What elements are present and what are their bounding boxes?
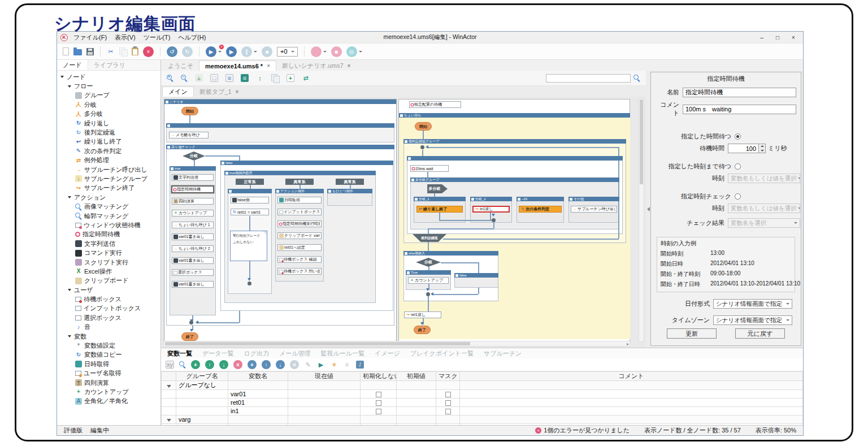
bottom-tab[interactable]: ログ出力	[239, 349, 275, 358]
tree-item[interactable]: ↩繰り返し終了	[57, 137, 160, 146]
flow-node[interactable]: →ちょい待ち呼び 2	[172, 245, 214, 252]
flow-node[interactable]: 独立配置の待機	[409, 101, 461, 108]
flow-node[interactable]: 待機ボックス 確認	[277, 256, 322, 263]
scrollbar-thumb[interactable]	[640, 99, 643, 184]
group-header-return-check[interactable]: 戻り値チェック	[166, 145, 394, 149]
run-button[interactable]: ▶×	[206, 46, 222, 57]
tree-item[interactable]: 日時取得	[57, 360, 160, 369]
flow-node[interactable]: ↻ret01 = var01	[231, 209, 269, 215]
expand-caret-icon[interactable]	[68, 335, 71, 337]
flow-node[interactable]: クリップボード var01 設定	[277, 232, 322, 239]
cleanup-button[interactable]: /	[356, 361, 364, 369]
minimize-button[interactable]: –	[754, 33, 769, 42]
tree-item[interactable]: 選択ボックス	[57, 313, 160, 322]
move-variable-down-button[interactable]: ↓	[219, 360, 228, 369]
time-check-select[interactable]: 変数名もしくは値を選択	[728, 203, 800, 213]
search-variable-button[interactable]	[179, 361, 186, 368]
chevron-down-icon[interactable]	[359, 51, 362, 53]
tree-item[interactable]: 待機ボックス	[57, 295, 160, 304]
horizontal-scrollbar[interactable]	[163, 341, 630, 347]
transfer-button[interactable]: ↕	[256, 74, 264, 82]
group-header[interactable]	[166, 123, 394, 128]
time-check-radio[interactable]	[735, 193, 741, 200]
group-header-scenario[interactable]: シナリオ	[164, 99, 396, 104]
delete-variable-button[interactable]: ×	[233, 360, 242, 369]
zoom-in-button[interactable]: +	[167, 75, 173, 81]
group-header-branch2[interactable]: 分岐_2	[470, 197, 512, 201]
bottom-tab[interactable]: 変数一覧	[162, 349, 197, 358]
variable-row[interactable]: ret01	[162, 399, 803, 407]
start-node[interactable]: 開始	[415, 122, 432, 131]
flow-node[interactable]: +カウントアップ	[172, 210, 214, 216]
add-node-button[interactable]: +	[287, 74, 294, 82]
tree-item[interactable]: クリップボード	[57, 276, 160, 285]
mask-checkbox[interactable]	[445, 392, 451, 397]
open-file-button[interactable]	[73, 47, 82, 55]
group-header-false[interactable]: false	[454, 273, 498, 278]
flow-node[interactable]: インプットボックス	[277, 209, 322, 215]
expand-caret-icon[interactable]	[60, 76, 64, 78]
close-tab-icon[interactable]: ×	[236, 89, 239, 95]
flow-node[interactable]: ±四則演算	[172, 198, 214, 205]
copy-values-button[interactable]: ▶	[317, 361, 325, 369]
tree-item[interactable]: 変数	[57, 332, 160, 341]
chevron-down-icon[interactable]	[254, 51, 257, 53]
flow-node[interactable]: →ちょい待ち呼び 1	[172, 222, 214, 228]
tree-item[interactable]: 人多分岐	[57, 110, 160, 119]
tree-item[interactable]: ±四則演算	[57, 378, 160, 387]
group-header-normal[interactable]	[228, 189, 272, 193]
column-header[interactable]: 初期化しない	[361, 372, 397, 381]
tree-item[interactable]: ウィンドウ状態待機	[57, 220, 160, 230]
variable-group-row[interactable]: グループなし	[162, 381, 803, 390]
tree-item[interactable]: A全角化／半角化	[57, 397, 160, 406]
new-file-button[interactable]	[63, 47, 69, 55]
flow-node[interactable]: 日時取得	[277, 197, 322, 203]
flowchart-canvas[interactable]: シナリオ 戻り値チェック true fals	[161, 97, 646, 348]
collapse-group-icon[interactable]	[167, 419, 171, 422]
time-select[interactable]: 変数名もしくは値を選択	[728, 174, 800, 183]
tree-item[interactable]: 人分岐	[57, 100, 160, 109]
close-tab-icon[interactable]: ×	[348, 63, 351, 69]
tree-item[interactable]: ユーザ名取得	[57, 369, 160, 378]
variable-tree-button[interactable]: ✳	[330, 361, 338, 369]
canvas-tab[interactable]: 新規タブ_1×	[194, 86, 245, 97]
bottom-tab[interactable]: 監視ルール一覧	[316, 349, 370, 358]
tree-item[interactable]: ↻後判定繰返	[57, 128, 160, 137]
chevron-down-icon[interactable]	[218, 51, 222, 53]
group-header-subroutine[interactable]: ちょい待ち	[399, 113, 630, 118]
close-button[interactable]: ×	[786, 33, 801, 42]
delete-button[interactable]: ×	[143, 46, 154, 57]
tree-item[interactable]: 画像マッチング	[57, 202, 160, 211]
tree-item[interactable]: グループ	[57, 91, 160, 100]
spin-up-icon[interactable]	[761, 145, 764, 147]
document-tab[interactable]: 新しいシナリオ.ums7×	[276, 60, 356, 71]
swap-button[interactable]: ⇄	[302, 74, 310, 82]
flow-node[interactable]: ret01へ設定	[277, 244, 322, 251]
collapse-group-icon[interactable]	[167, 385, 171, 388]
no-initialize-checkbox[interactable]	[376, 400, 381, 406]
flow-node[interactable]: var01書き出し	[172, 257, 214, 264]
group-header-another-exception[interactable]: もひとつ例外	[327, 189, 372, 193]
flow-node[interactable]: ↪ret1戻し	[404, 311, 441, 318]
paste-button[interactable]	[132, 47, 138, 55]
scrollbar-thumb[interactable]	[165, 342, 470, 345]
tree-item[interactable]: 文字列送信	[57, 239, 160, 248]
vertical-scrollbar[interactable]	[639, 98, 644, 342]
group-header-exception[interactable]: true側例外処理	[224, 171, 376, 175]
mask-checkbox[interactable]	[445, 409, 451, 414]
canvas-search-input[interactable]	[546, 74, 631, 83]
column-header[interactable]	[162, 372, 176, 381]
end-node[interactable]: 終了	[414, 326, 431, 334]
chevron-down-icon[interactable]	[323, 51, 327, 53]
tree-item[interactable]: ↻繰り返し	[57, 119, 160, 128]
tree-item[interactable]: ↓サブルーチングループ	[57, 174, 160, 183]
group-header-branch4[interactable]: その他	[568, 197, 619, 201]
date-format-select[interactable]: シナリオ情報画面で指定	[713, 299, 792, 309]
column-header[interactable]: グループ名	[176, 372, 228, 381]
flow-node[interactable]: 指定時間待機実行時刻..	[277, 220, 322, 227]
record-button[interactable]	[311, 46, 327, 57]
flow-node[interactable]: var01書き出し	[172, 233, 214, 240]
expand-caret-icon[interactable]	[68, 196, 71, 198]
column-header[interactable]: 初期値	[397, 372, 436, 381]
undo-button[interactable]: ↺	[167, 46, 177, 57]
